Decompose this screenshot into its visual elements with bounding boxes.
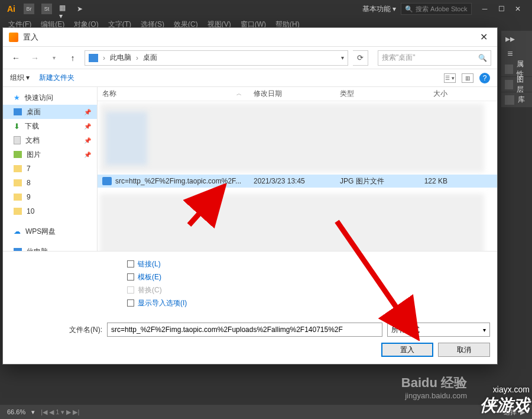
chevron-icon: › — [103, 54, 105, 62]
tree-documents[interactable]: 文档📌 — [3, 133, 97, 147]
tree-pictures[interactable]: 图片📌 — [3, 147, 97, 162]
dialog-buttons: 置入 取消 — [3, 343, 497, 364]
arrange-icon[interactable]: ▦ ▾ — [59, 4, 70, 14]
artboard-nav[interactable]: |◀ ◀ 1 ▾ ▶ ▶| — [41, 408, 79, 416]
tree-desktop[interactable]: 桌面📌 — [3, 105, 97, 119]
pin-icon: 📌 — [84, 152, 91, 158]
tree-wps[interactable]: ☁WPS网盘 — [3, 224, 97, 238]
help-icon[interactable]: ? — [479, 73, 490, 83]
filename-row: 文件名(N): 所有格式▾ — [3, 317, 497, 343]
checkbox-icon[interactable] — [127, 273, 134, 281]
place-options: 链接(L) 模板(E) 替换(C) 显示导入选项(I) — [3, 251, 497, 317]
dialog-close-button[interactable]: ✕ — [476, 30, 491, 45]
chevron-icon: › — [136, 54, 138, 62]
ai-status-bar: 66.6%▾ |◀ ◀ 1 ▾ ▶ ▶| 选择 ▶ — [0, 405, 532, 419]
stock-search[interactable]: 🔍 搜索 Adobe Stock — [401, 3, 472, 15]
bridge-icon[interactable]: Br — [24, 4, 34, 14]
refresh-button[interactable]: ⟳ — [353, 50, 368, 66]
blurred-files — [100, 194, 484, 251]
dialog-title: 置入 — [23, 32, 38, 43]
opt-template[interactable]: 模板(E) — [127, 270, 490, 283]
file-size: 122 KB — [412, 177, 447, 185]
star-icon: ★ — [14, 94, 20, 102]
properties-icon — [505, 65, 513, 74]
layers-icon — [505, 80, 513, 89]
minimize-button[interactable]: ─ — [476, 3, 493, 15]
folder-icon — [14, 179, 22, 186]
path-root[interactable]: 此电脑 — [110, 53, 131, 63]
nav-up-button[interactable]: ↑ — [66, 51, 80, 65]
place-dialog: 置入 ✕ ← → ▾ ↑ › 此电脑 › 桌面 ▾ ⟳ 搜索"桌面" 🔍 组织 … — [2, 27, 498, 365]
view-mode-button[interactable]: ☰ ▾ — [444, 73, 456, 83]
checkbox-icon[interactable] — [127, 260, 134, 267]
dialog-nav-row: ← → ▾ ↑ › 此电脑 › 桌面 ▾ ⟳ 搜索"桌面" 🔍 — [3, 47, 497, 69]
nav-back-button[interactable]: ← — [9, 51, 23, 65]
opt-link[interactable]: 链接(L) — [127, 257, 490, 270]
dialog-app-icon — [9, 33, 18, 42]
pin-icon: 📌 — [84, 123, 91, 130]
zoom-level[interactable]: 66.6% — [7, 408, 25, 415]
tree-folder-10[interactable]: 10 — [3, 204, 97, 218]
tree-downloads[interactable]: ⬇下载📌 — [3, 119, 97, 133]
filename-input[interactable] — [107, 323, 382, 337]
place-button[interactable]: 置入 — [381, 343, 433, 357]
col-name[interactable]: 名称︿ — [102, 89, 254, 99]
file-row-selected[interactable]: src=http_%2F%2Fimg.taopic.com%2F... 2021… — [98, 175, 497, 188]
folder-icon — [14, 165, 22, 172]
dialog-toolbar: 组织 ▾ 新建文件夹 ☰ ▾ ▥ ? — [3, 69, 497, 87]
nav-tree: ★快速访问 桌面📌 ⬇下载📌 文档📌 图片📌 7 8 9 10 ☁WPS网盘 此… — [3, 87, 98, 251]
chevron-down-icon: ▾ — [483, 327, 486, 333]
file-list-area: 名称︿ 修改日期 类型 大小 src=http_%2F%2Fimg.taopic… — [98, 87, 497, 251]
preview-pane-button[interactable]: ▥ — [462, 73, 473, 83]
col-type[interactable]: 类型 — [340, 89, 412, 99]
dialog-titlebar: 置入 ✕ — [3, 28, 497, 47]
pin-icon: 📌 — [84, 109, 91, 115]
path-dropdown-icon[interactable]: ▾ — [341, 54, 344, 61]
path-folder[interactable]: 桌面 — [143, 53, 157, 63]
panel-libraries[interactable]: 库 — [501, 92, 532, 108]
libraries-icon — [505, 95, 514, 105]
gpu-icon[interactable]: ➤ — [77, 5, 83, 13]
search-icon: 🔍 — [405, 5, 413, 13]
sort-asc-icon: ︿ — [236, 90, 242, 98]
jpg-icon — [102, 177, 112, 185]
workspace-switcher[interactable]: 基本功能 ▾ — [362, 4, 396, 14]
filename-label: 文件名(N): — [69, 325, 102, 335]
ai-logo-icon: Ai — [6, 4, 17, 14]
panel-layers[interactable]: 图层 — [501, 77, 532, 92]
tree-quick-access[interactable]: ★快速访问 — [3, 91, 97, 105]
tree-folder-7[interactable]: 7 — [3, 162, 97, 176]
opt-show-import[interactable]: 显示导入选项(I) — [127, 296, 490, 310]
pc-icon — [89, 54, 98, 62]
tree-folder-8[interactable]: 8 — [3, 176, 97, 190]
folder-search-input[interactable]: 搜索"桌面" 🔍 — [378, 50, 491, 66]
desktop-icon — [14, 108, 22, 115]
organize-button[interactable]: 组织 ▾ — [10, 73, 30, 83]
new-folder-button[interactable]: 新建文件夹 — [39, 73, 74, 83]
watermark-xiayx: xiayx.com 侠游戏 — [480, 385, 530, 417]
file-type: JPG 图片文件 — [340, 176, 412, 186]
blurred-files — [100, 104, 484, 172]
download-icon: ⬇ — [14, 122, 20, 131]
nav-recent-button[interactable]: ▾ — [47, 51, 61, 65]
blurred-thumb — [106, 112, 147, 165]
rail-expand-icon[interactable]: ▸▸ — [501, 31, 519, 46]
filetype-select[interactable]: 所有格式▾ — [387, 323, 490, 337]
col-size[interactable]: 大小 — [412, 89, 447, 99]
nav-forward-button[interactable]: → — [28, 51, 42, 65]
folder-icon — [14, 208, 22, 215]
tree-this-pc[interactable]: 此电脑 — [3, 244, 97, 251]
checkbox-icon — [127, 286, 134, 294]
stock-icon[interactable]: St — [41, 4, 52, 14]
cancel-button[interactable]: 取消 — [438, 343, 490, 357]
file-list-header: 名称︿ 修改日期 类型 大小 — [98, 87, 497, 101]
col-date[interactable]: 修改日期 — [254, 89, 340, 99]
tree-folder-9[interactable]: 9 — [3, 190, 97, 204]
close-button[interactable]: ✕ — [510, 3, 526, 15]
checkbox-icon[interactable] — [127, 299, 134, 307]
pin-icon: 📌 — [84, 137, 91, 144]
path-breadcrumb[interactable]: › 此电脑 › 桌面 ▾ — [85, 50, 348, 66]
document-icon — [14, 136, 21, 144]
folder-icon — [14, 194, 22, 201]
maximize-button[interactable]: ☐ — [493, 3, 510, 15]
